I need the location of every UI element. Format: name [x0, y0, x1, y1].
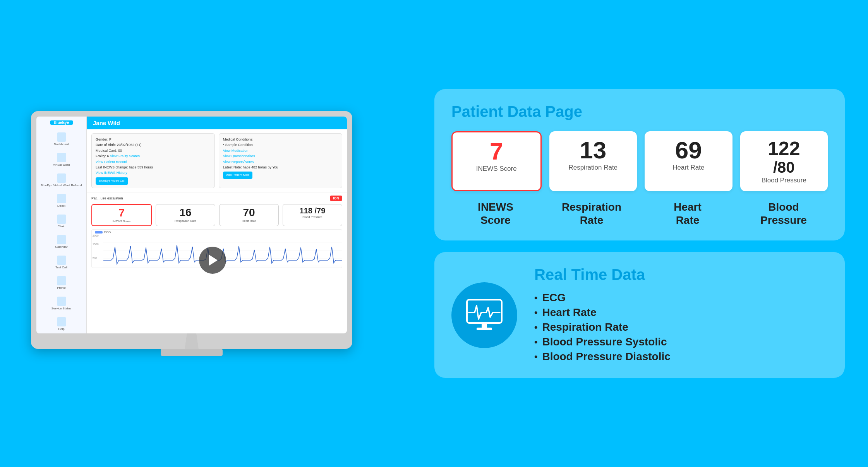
- add-patient-note-button[interactable]: Add Patient Note: [223, 172, 252, 179]
- dashboard-icon: [57, 132, 66, 142]
- respiration-value: 16: [159, 207, 212, 219]
- referral-icon: [57, 173, 66, 183]
- pdp-blood-pressure-card: 122 /80 Blood Pressure: [740, 131, 828, 191]
- pdp-respiration-value: 13: [555, 138, 632, 162]
- realtime-item-bp-systolic: Blood Pressure Systolic: [534, 335, 828, 349]
- realtime-item-respiration: Respiration Rate: [534, 320, 828, 335]
- monitor-base: [161, 349, 223, 356]
- sidebar-label-virtual-ward: Virtual Ward: [53, 163, 70, 167]
- patient-info-card: Gender: F Date of Birth: 23/02/1952 (71)…: [91, 133, 215, 188]
- sidebar-item-service-status[interactable]: Service Status: [39, 294, 84, 312]
- pdp-inews-value: 7: [458, 139, 535, 163]
- heart-rate-card: 70 Heart Rate: [219, 204, 279, 227]
- vitals-area: Pat... uire escalation ION 7 INEWS Score: [87, 192, 347, 333]
- vitals-top-bar: Pat... uire escalation ION: [91, 196, 342, 201]
- pdp-heart-rate-sublabel: Heart Rate: [650, 164, 727, 172]
- view-questionnaires-link[interactable]: View Questionnaires: [223, 154, 255, 158]
- pdp-heart-rate-value: 69: [650, 138, 727, 162]
- patient-data-card: Patient Data Page 7 INEWS Score 13 Respi…: [434, 89, 845, 240]
- patient-name: Jane Wild: [93, 120, 120, 126]
- pdp-heart-bottom-label: HeartRate: [643, 201, 732, 227]
- calendar-icon: [57, 235, 66, 244]
- patient-vitals-grid: 7 INEWS Score 13 Respiration Rate 69 Hea…: [451, 131, 828, 191]
- pdp-respiration-bottom-label: RespirationRate: [547, 201, 636, 227]
- sidebar-label-test-call: Test Call: [55, 266, 67, 269]
- vitals-cards: 7 INEWS Score 16 Respiration Rate 70 Hea…: [91, 204, 342, 227]
- sidebar-label-service-status: Service Status: [51, 307, 72, 310]
- patient-medical-card: Medical Card: 00: [96, 148, 211, 153]
- ecg-y-1500: 1500: [93, 243, 99, 246]
- svg-rect-5: [482, 323, 487, 328]
- sidebar-item-help[interactable]: Help: [39, 315, 84, 333]
- pdp-heart-rate-card: 69 Heart Rate: [645, 131, 732, 191]
- pdp-respiration-card: 13 Respiration Rate: [549, 131, 637, 191]
- play-triangle-icon: [209, 255, 218, 266]
- patient-frailty: Frailty: 6 View Frailty Scores: [96, 153, 211, 159]
- sidebar-label-direct: Direct: [57, 204, 65, 208]
- help-icon: [57, 317, 66, 326]
- profile-icon: [57, 276, 66, 285]
- sidebar-item-test-call[interactable]: Test Call: [39, 253, 84, 271]
- pdp-blood-pressure-sublabel: Blood Pressure: [746, 177, 823, 184]
- clinic-icon: [57, 215, 66, 224]
- pdp-blood-pressure-value: 122 /80: [746, 138, 823, 175]
- pdp-inews-sublabel: INEWS Score: [458, 165, 535, 173]
- sidebar-item-clinic[interactable]: Clinic: [39, 212, 84, 230]
- patient-data-title: Patient Data Page: [451, 103, 828, 120]
- sidebar: BlueEye Dashboard Virtual Ward BlueEye V…: [36, 117, 87, 333]
- svg-rect-6: [477, 328, 492, 330]
- sidebar-item-dashboard[interactable]: Dashboard: [39, 130, 84, 148]
- realtime-item-bp-diastolic: Blood Pressure Diastolic: [534, 349, 828, 364]
- sidebar-label-referral: BlueEye Virtual Ward Referral: [41, 184, 82, 187]
- inews-label: INEWS Score: [95, 220, 148, 223]
- ecg-monitor-icon: [465, 298, 504, 333]
- video-call-button[interactable]: BlueEye Video Call: [96, 177, 128, 185]
- sidebar-label-clinic: Clinic: [58, 225, 65, 228]
- ecg-label: ECG: [92, 230, 342, 235]
- inews-card: 7 INEWS Score: [91, 204, 152, 227]
- realtime-item-heart-rate: Heart Rate: [534, 305, 828, 320]
- condition-name: Sample Condition: [225, 143, 253, 147]
- sidebar-item-profile[interactable]: Profile: [39, 274, 84, 292]
- escalation-badge: ION: [330, 196, 342, 201]
- realtime-item-ecg: ECG: [534, 290, 828, 305]
- latest-note: Latest Note: hace 482 horas by You: [223, 165, 338, 170]
- medical-conditions-title: Medical Conditions:: [223, 137, 338, 142]
- inews-value: 7: [95, 207, 148, 219]
- ecg-legend-box: [95, 231, 103, 234]
- frailty-link[interactable]: View Frailty Scores: [110, 154, 140, 158]
- patient-dob: Date of Birth: 23/02/1952 (71): [96, 142, 211, 148]
- monitor-screen: BlueEye Dashboard Virtual Ward BlueEye V…: [36, 117, 347, 333]
- sidebar-item-calendar[interactable]: Calendar: [39, 233, 84, 251]
- ecg-y-2000: 2000: [93, 234, 99, 237]
- service-status-icon: [57, 297, 66, 306]
- blood-pressure-value: 118 /79: [286, 207, 339, 215]
- inews-history-link[interactable]: View INEWS History: [96, 171, 127, 175]
- sidebar-logo: BlueEye: [50, 120, 73, 125]
- view-reports-link[interactable]: View Reports/Notes: [223, 160, 254, 164]
- right-panel: Patient Data Page 7 INEWS Score 13 Respi…: [419, 89, 845, 378]
- patient-gender: Gender: F: [96, 137, 211, 142]
- last-inews: Last INEWS change: hace 559 horas: [96, 165, 211, 170]
- monitor-stand: [180, 333, 203, 349]
- realtime-list: ECG Heart Rate Respiration Rate Blood Pr…: [534, 290, 828, 364]
- patient-header: Jane Wild: [87, 117, 347, 129]
- svg-rect-4: [467, 300, 502, 323]
- pdp-respiration-sublabel: Respiration Rate: [555, 164, 632, 172]
- pdp-bp-bottom-label: BloodPressure: [739, 201, 828, 227]
- pdp-inews-card: 7 INEWS Score: [451, 131, 542, 191]
- play-button[interactable]: [199, 247, 226, 274]
- test-call-icon: [57, 256, 66, 265]
- view-record-link[interactable]: View Patient Record: [96, 160, 127, 164]
- sidebar-item-referral[interactable]: BlueEye Virtual Ward Referral: [39, 171, 84, 189]
- ecg-y-500: 500: [93, 257, 97, 259]
- main-content: Jane Wild Gender: F Date of Birth: 23/02…: [87, 117, 347, 333]
- heart-rate-label: Heart Rate: [223, 219, 275, 223]
- realtime-icon-circle: [451, 282, 517, 348]
- sidebar-item-direct[interactable]: Direct: [39, 192, 84, 210]
- sidebar-label-help: Help: [58, 327, 64, 331]
- sidebar-item-virtual-ward[interactable]: Virtual Ward: [39, 151, 84, 169]
- respiration-card: 16 Respiration Rate: [156, 204, 215, 227]
- medical-conditions-card: Medical Conditions: • Sample Condition V…: [219, 133, 342, 188]
- view-medication-link[interactable]: View Medication: [223, 149, 248, 153]
